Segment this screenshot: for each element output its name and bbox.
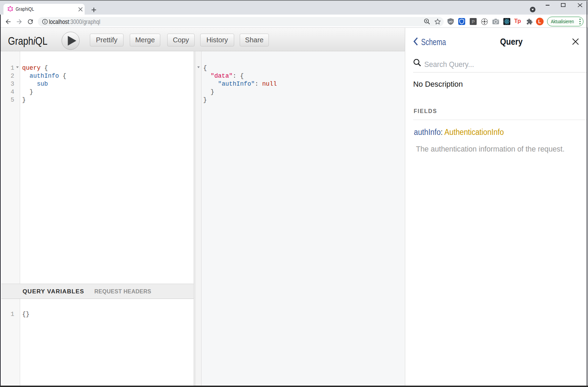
svg-text:P: P [472, 19, 475, 24]
svg-text:uO: uO [449, 20, 452, 23]
